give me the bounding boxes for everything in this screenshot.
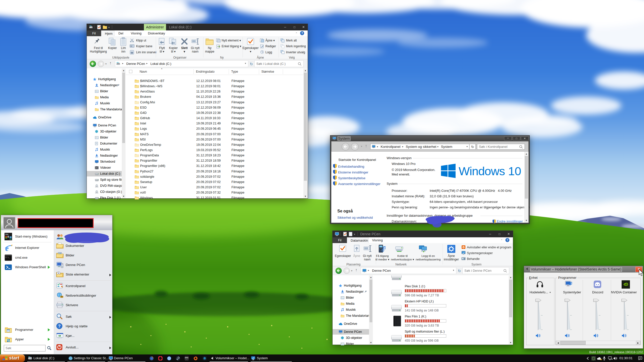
svg-text:C:\_: C:\_ xyxy=(6,256,10,258)
svg-text:EPIC: EPIC xyxy=(185,357,189,358)
svg-text:?: ? xyxy=(58,324,61,328)
svg-text:W: W xyxy=(130,45,132,47)
svg-text:Start: Start xyxy=(5,234,9,235)
svg-text:!: ! xyxy=(601,358,601,360)
